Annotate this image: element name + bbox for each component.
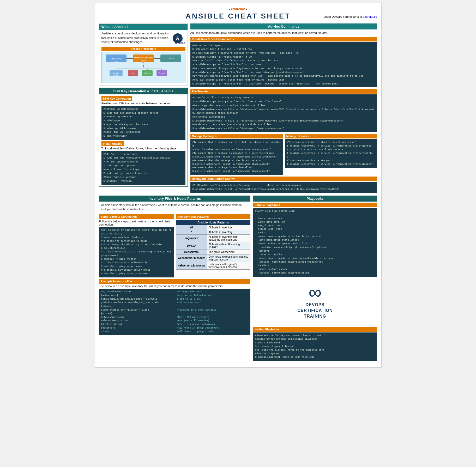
hosts-patterns-table: Ansible Hosts Patterns allAll hosts in i… xyxy=(176,220,250,270)
desc-cell: Only hosts in webservers, not also in gr… xyxy=(207,254,250,262)
brand-name: edureka! xyxy=(231,7,245,11)
left-column: What is Ansible? Ansible is a continuous… xyxy=(99,23,188,193)
install-desc: To install Ansible in Debian Linux, foll… xyxy=(101,147,185,150)
page-title: ANSIBLE CHEAT SHEET xyxy=(185,12,290,20)
desc-cell: All hosts in inventory xyxy=(207,230,250,234)
pattern-cell: ungrouped xyxy=(176,234,207,242)
hosts-patterns-header: Ansible Hosts Patterns xyxy=(176,214,250,219)
what-is-ansible-box: What is Ansible? Ansible is a continuous… xyxy=(99,23,188,86)
manage-services-col: Manage Services #To ensure a service is … xyxy=(285,134,377,175)
pattern-cell: 10.0.0.* xyxy=(176,242,207,250)
inventory-section: Inventory Files & Hosts Patterns Ansible… xyxy=(99,196,251,361)
setup-desc: Follow the below steps to set hosts and … xyxy=(99,219,174,227)
svg-text:CMDB: CMDB xyxy=(168,57,174,59)
deploy-header: Deploying From Source Control xyxy=(190,177,377,181)
arch-header: Ansible Architecture xyxy=(101,47,185,51)
what-is-ansible-header: What is Ansible? xyxy=(99,24,188,30)
ssh-gen-code: #Setting Up SSH Command $ sudo apt-get i… xyxy=(101,106,185,140)
right-column: Ad-Hoc Commands Ad-Hoc commands are quic… xyxy=(190,23,377,193)
install-code: #Add Ansible repository $ sudo apt-add-r… xyxy=(101,151,185,185)
desc-cell: Only hosts in the group's webservers and… xyxy=(207,262,250,269)
desc-cell: The group webservers xyxy=(207,250,250,254)
svg-text:Cloud: Cloud xyxy=(113,60,118,62)
inv-left-code: ungrouped.example.com [webservers] beta.… xyxy=(99,289,175,335)
brand-header: • edureka! • xyxy=(99,7,377,11)
svg-text:Ansible's Automation: Ansible's Automation xyxy=(134,57,153,59)
setup-hosts-header: Setup & Hosts Connection xyxy=(99,214,174,219)
table-row: webserversThe group webservers xyxy=(176,250,250,254)
table-title: Ansible Hosts Patterns xyxy=(176,220,250,225)
svg-text:Ansible: Ansible xyxy=(113,72,119,74)
writing-playbooks: Writing Playbooks #Generate the SSH Key … xyxy=(253,327,377,361)
install-header: Install Ansible xyxy=(101,141,124,146)
svg-text:Network: Network xyxy=(144,72,151,74)
pattern-cell: webservers:!moscow xyxy=(176,254,207,262)
manage-pkg-code: #To ensure that a package is installed, … xyxy=(190,139,283,175)
ssh-gen-desc: Ansible uses SSH to communicate between … xyxy=(101,102,185,105)
pattern-cell: webservers:&moscow xyxy=(176,262,207,269)
table-row: webservers:!moscowOnly hosts in webserve… xyxy=(176,254,250,262)
manage-pkg-header: Manage Packages xyxy=(190,134,283,138)
writing-pb-header: Writing Playbooks xyxy=(253,327,377,332)
setup-hosts-section: Setup & Hosts Connection Follow the belo… xyxy=(99,214,174,277)
ssh-section-title: SSH Key Generation & Install Ansible xyxy=(99,88,188,94)
hosts-patterns-section: Ansible Hosts Patterns Ansible Hosts Pat… xyxy=(176,214,250,277)
sample-pb-code: #Every YAML file starts with --- --- - h… xyxy=(253,208,377,277)
sample-playbooks: Sample Playbooks #Every YAML file starts… xyxy=(253,203,377,277)
table-row: webservers:&moscowOnly hosts in the grou… xyxy=(176,262,250,269)
svg-text:Engine: Engine xyxy=(141,59,146,62)
adhoc-header: Ad-Hoc Commands xyxy=(190,23,377,29)
manage-svc-code: #To ensure a service is started on all w… xyxy=(285,139,377,168)
architecture-diagram: Public/Private Cloud Ansible's Automatio… xyxy=(101,52,185,83)
svg-text:Public/Private: Public/Private xyxy=(110,58,122,60)
devops-cert-section: ∞ DEVOPS CERTIFICATION TRAINING xyxy=(253,279,377,325)
ansible-description: Ansible is a continuous deployment and c… xyxy=(101,31,173,44)
parallelism-header: Parallelism & Shell Commands xyxy=(190,37,377,41)
inventory-desc: Ansible's inventory lists all the platfo… xyxy=(99,202,251,213)
playbooks-header: Playbooks xyxy=(253,196,377,202)
pattern-cell: * xyxy=(176,230,207,234)
infinity-symbol: ∞ xyxy=(309,284,322,301)
inv-right-code: #An ungrouped host #A group called webse… xyxy=(175,289,250,335)
cert-title: DEVOPS CERTIFICATION TRAINING xyxy=(297,302,333,319)
parallelism-code: #To set up SSH agent $ ssh-agent bash $ … xyxy=(190,42,377,88)
playbooks-section: Playbooks Sample Playbooks #Every YAML f… xyxy=(253,196,377,361)
adhoc-desc: Ad-Hoc commands are quick commands which… xyxy=(190,29,377,37)
desc-cell: All hosts in inventory not appearing wit… xyxy=(207,234,250,242)
svg-text:Firewall: Firewall xyxy=(158,72,165,74)
writing-pb-code: #Generate the SSH Key and connect hosts … xyxy=(253,332,377,361)
main-page: • edureka! • ANSIBLE CHEAT SHEET Learn D… xyxy=(95,3,382,368)
file-transfer-code: #Transfer a file directly to many server… xyxy=(190,94,377,132)
manage-svc-header: Manage Services xyxy=(285,134,377,138)
manage-packages-col: Manage Packages #To ensure that a packag… xyxy=(190,134,283,175)
sample-pb-header: Sample Playbooks xyxy=(253,203,377,207)
example-inv-code: ungrouped.example.com [webservers] beta.… xyxy=(99,289,251,335)
svg-text:Hosts: Hosts xyxy=(131,72,135,74)
table-row: 10.0.0.*All hosts with an IP starting 10… xyxy=(176,242,250,250)
example-inv-header: Example Inventory File xyxy=(99,279,251,284)
desc-cell: All hosts in inventory xyxy=(207,225,250,230)
svg-text:Protocols: Protocols xyxy=(113,75,119,76)
example-inv-desc: The below is an example inventory file, … xyxy=(99,284,251,289)
ssh-inner: SSH Key Generation Ansible uses SSH to c… xyxy=(99,94,188,186)
pattern-cell: webservers xyxy=(176,250,207,254)
tagline: Learn DevOps from experts at edureka.co xyxy=(291,15,377,18)
ansible-logo: A xyxy=(173,33,183,43)
ssh-gen-header: SSH Key Generation xyxy=(101,96,132,101)
table-row: ungroupedAll hosts in inventory not appe… xyxy=(176,234,250,242)
deploy-code: #GitRep:https://foo.example.org/repo.git… xyxy=(190,182,377,193)
table-row: allAll hosts in inventory xyxy=(176,225,250,230)
example-inv-section: Example Inventory File The below is an e… xyxy=(99,279,251,335)
ssh-section: SSH Key Generation & Install Ansible SSH… xyxy=(99,88,188,187)
pattern-cell: all xyxy=(176,225,207,230)
file-transfer-header: File Transfer xyxy=(190,89,377,94)
site-link[interactable]: edureka.co xyxy=(363,15,377,18)
table-row: *All hosts in inventory xyxy=(176,230,250,234)
inventory-header: Inventory Files & Hosts Patterns xyxy=(99,196,251,202)
setup-code: #Set up hosts by editing the hosts' file… xyxy=(99,227,174,277)
desc-cell: All hosts with an IP starting 10.0.0.* xyxy=(207,242,250,250)
